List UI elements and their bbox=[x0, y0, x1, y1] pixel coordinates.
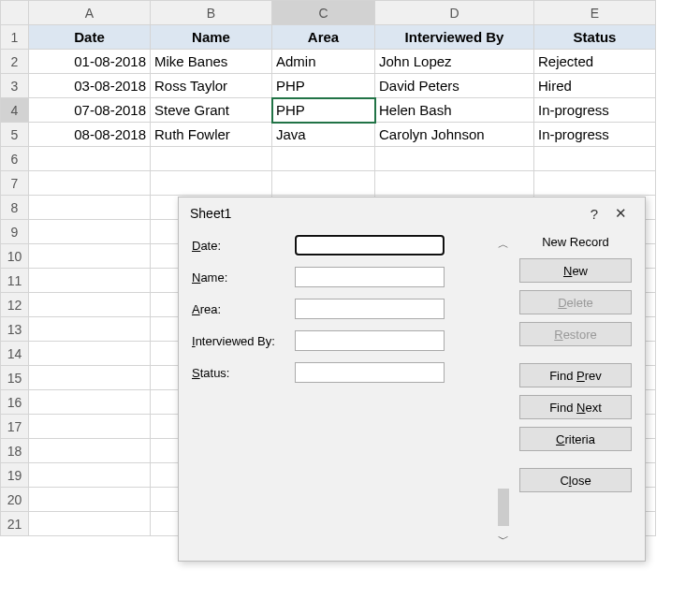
criteria-button[interactable]: Criteria bbox=[519, 427, 632, 451]
cell[interactable] bbox=[375, 147, 534, 171]
field-label: Status: bbox=[192, 366, 295, 380]
cell[interactable]: Admin bbox=[272, 50, 375, 74]
row-header[interactable]: 21 bbox=[1, 512, 29, 536]
row-header[interactable]: 9 bbox=[1, 220, 29, 244]
row-header[interactable]: 7 bbox=[1, 171, 29, 196]
cell[interactable] bbox=[29, 488, 151, 512]
row-header[interactable]: 13 bbox=[1, 317, 29, 342]
cell[interactable]: John Lopez bbox=[375, 50, 534, 74]
row-header[interactable]: 20 bbox=[1, 488, 29, 512]
cell[interactable]: Helen Bash bbox=[375, 98, 534, 123]
record-scrollbar[interactable]: ︿ ﹀ bbox=[493, 235, 514, 549]
find-next-button[interactable]: Find Next bbox=[519, 395, 632, 419]
cell[interactable]: Mike Banes bbox=[151, 50, 272, 74]
cell[interactable]: In-progress bbox=[534, 98, 656, 123]
cell[interactable]: Java bbox=[272, 123, 375, 147]
col-header-D[interactable]: D bbox=[375, 1, 534, 25]
close-icon[interactable]: ✕ bbox=[607, 205, 634, 222]
cell[interactable] bbox=[29, 171, 151, 196]
field-input-i[interactable] bbox=[295, 330, 445, 351]
col-header-C[interactable]: C bbox=[272, 1, 375, 25]
row-header[interactable]: 11 bbox=[1, 269, 29, 293]
scroll-up-icon[interactable]: ︿ bbox=[496, 235, 511, 255]
field-input-a[interactable] bbox=[295, 299, 445, 319]
cell[interactable]: 08-08-2018 bbox=[29, 123, 151, 147]
cell[interactable]: Name bbox=[151, 25, 272, 50]
cell[interactable] bbox=[272, 147, 375, 171]
cell[interactable]: Status bbox=[534, 25, 656, 50]
field-input-s[interactable] bbox=[295, 362, 445, 383]
row-header[interactable]: 10 bbox=[1, 244, 29, 269]
cell[interactable] bbox=[29, 196, 151, 220]
cell[interactable]: Area bbox=[272, 25, 375, 50]
cell[interactable] bbox=[29, 147, 151, 171]
cell[interactable]: Rejected bbox=[534, 50, 656, 74]
cell[interactable] bbox=[29, 220, 151, 244]
cell[interactable]: Carolyn Johnson bbox=[375, 123, 534, 147]
restore-button: Restore bbox=[519, 322, 632, 346]
cell[interactable] bbox=[151, 171, 272, 196]
find-prev-button[interactable]: Find Prev bbox=[519, 363, 632, 387]
row-header[interactable]: 15 bbox=[1, 366, 29, 390]
cell[interactable] bbox=[151, 147, 272, 171]
row-header[interactable]: 6 bbox=[1, 147, 29, 171]
cell[interactable] bbox=[29, 366, 151, 390]
cell[interactable]: Hired bbox=[534, 74, 656, 98]
cell[interactable]: In-progress bbox=[534, 123, 656, 147]
cell[interactable] bbox=[29, 463, 151, 488]
cell[interactable]: PHP bbox=[272, 98, 375, 123]
cell[interactable]: Interviewed By bbox=[375, 25, 534, 50]
row-header[interactable]: 4 bbox=[1, 98, 29, 123]
col-header-B[interactable]: B bbox=[151, 1, 272, 25]
scroll-thumb[interactable] bbox=[498, 489, 509, 526]
scroll-down-icon[interactable]: ﹀ bbox=[496, 530, 511, 549]
cell[interactable]: PHP bbox=[272, 74, 375, 98]
cell[interactable]: Date bbox=[29, 25, 151, 50]
form-fields: Date:Name:Area:Interviewed By:Status: bbox=[192, 235, 488, 549]
cell[interactable] bbox=[29, 317, 151, 342]
delete-button: Delete bbox=[519, 290, 632, 314]
field-input-n[interactable] bbox=[295, 267, 445, 287]
row-header[interactable]: 8 bbox=[1, 196, 29, 220]
row-header[interactable]: 18 bbox=[1, 439, 29, 463]
new-button[interactable]: New bbox=[519, 258, 632, 283]
cell[interactable]: 03-08-2018 bbox=[29, 74, 151, 98]
row-header[interactable]: 1 bbox=[1, 25, 29, 50]
field-input-d[interactable] bbox=[295, 235, 445, 256]
cell[interactable] bbox=[29, 244, 151, 269]
cell[interactable]: Ruth Fowler bbox=[151, 123, 272, 147]
cell[interactable] bbox=[375, 171, 534, 196]
cell[interactable] bbox=[534, 147, 656, 171]
cell[interactable] bbox=[29, 390, 151, 415]
cell[interactable] bbox=[272, 171, 375, 196]
help-icon[interactable]: ? bbox=[581, 206, 607, 222]
row-header[interactable]: 16 bbox=[1, 390, 29, 415]
scroll-track[interactable] bbox=[496, 258, 511, 526]
row-header[interactable]: 12 bbox=[1, 293, 29, 317]
close-button[interactable]: Close bbox=[519, 468, 632, 492]
cell[interactable] bbox=[29, 439, 151, 463]
data-form-dialog: Sheet1 ? ✕ Date:Name:Area:Interviewed By… bbox=[178, 197, 646, 562]
col-header-E[interactable]: E bbox=[534, 1, 656, 25]
cell[interactable] bbox=[29, 269, 151, 293]
cell[interactable]: David Peters bbox=[375, 74, 534, 98]
row-header[interactable]: 14 bbox=[1, 342, 29, 366]
dialog-titlebar: Sheet1 ? ✕ bbox=[179, 197, 645, 227]
row-header[interactable]: 17 bbox=[1, 415, 29, 439]
row-header[interactable]: 5 bbox=[1, 123, 29, 147]
cell[interactable] bbox=[534, 171, 656, 196]
cell[interactable]: 01-08-2018 bbox=[29, 50, 151, 74]
cell[interactable]: Ross Taylor bbox=[151, 74, 272, 98]
cell[interactable] bbox=[29, 415, 151, 439]
cell[interactable] bbox=[29, 293, 151, 317]
row-header[interactable]: 3 bbox=[1, 74, 29, 98]
cell[interactable]: 07-08-2018 bbox=[29, 98, 151, 123]
record-indicator: New Record bbox=[519, 235, 632, 249]
row-header[interactable]: 19 bbox=[1, 463, 29, 488]
row-header[interactable]: 2 bbox=[1, 50, 29, 74]
col-header-A[interactable]: A bbox=[29, 1, 151, 25]
cell[interactable] bbox=[29, 342, 151, 366]
cell[interactable]: Steve Grant bbox=[151, 98, 272, 123]
cell[interactable] bbox=[29, 512, 151, 536]
select-all-cell[interactable] bbox=[1, 1, 29, 25]
